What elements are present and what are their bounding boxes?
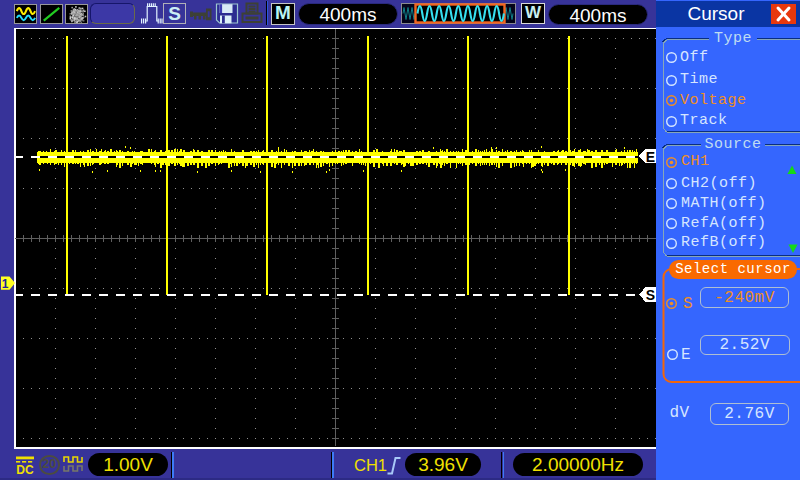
svg-text:DC: DC	[16, 463, 34, 476]
svg-text:1: 1	[2, 277, 9, 291]
svg-text:S: S	[646, 287, 655, 303]
svg-text:E: E	[646, 149, 655, 165]
